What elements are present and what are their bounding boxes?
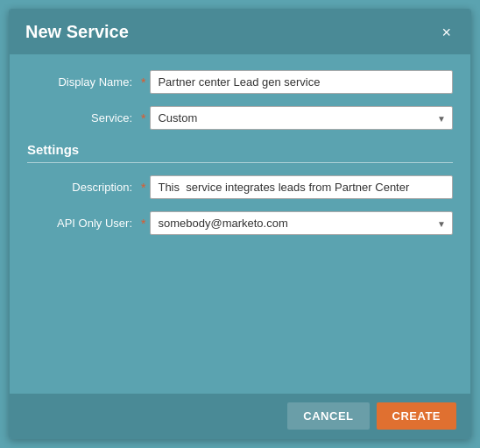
api-user-label: API Only User: [27, 217, 141, 230]
description-row: Description: * [27, 175, 453, 199]
service-select[interactable]: Custom Standard Premium [150, 106, 453, 130]
required-star-api: * [141, 217, 145, 231]
spacer [27, 247, 453, 282]
cancel-button[interactable]: CANCEL [287, 402, 369, 430]
required-star-description: * [141, 181, 145, 195]
display-name-label: Display Name: [27, 75, 141, 89]
dialog-footer: CANCEL CREATE [10, 394, 470, 438]
settings-section: Settings [27, 142, 453, 163]
description-label: Description: [27, 181, 141, 194]
dialog-body: Display Name: * Service: * Custom Standa… [10, 54, 470, 394]
settings-title: Settings [27, 142, 453, 163]
dialog-title: New Service [25, 22, 129, 42]
service-label: Service: [27, 111, 141, 124]
new-service-dialog: New Service × Display Name: * Service: *… [9, 9, 471, 439]
required-star-service: * [141, 111, 145, 125]
dialog-header: New Service × [10, 10, 470, 54]
api-user-select[interactable]: somebody@marketo.com admin@marketo.com [150, 211, 453, 235]
display-name-row: Display Name: * [27, 70, 453, 94]
description-input[interactable] [150, 175, 453, 199]
close-button[interactable]: × [438, 23, 455, 42]
api-user-select-wrapper: somebody@marketo.com admin@marketo.com [150, 211, 453, 235]
service-row: Service: * Custom Standard Premium [27, 106, 453, 130]
api-user-row: API Only User: * somebody@marketo.com ad… [27, 211, 453, 235]
service-select-wrapper: Custom Standard Premium [150, 106, 453, 130]
required-star-display: * [141, 75, 145, 89]
display-name-input[interactable] [150, 70, 453, 94]
create-button[interactable]: CREATE [377, 402, 456, 430]
